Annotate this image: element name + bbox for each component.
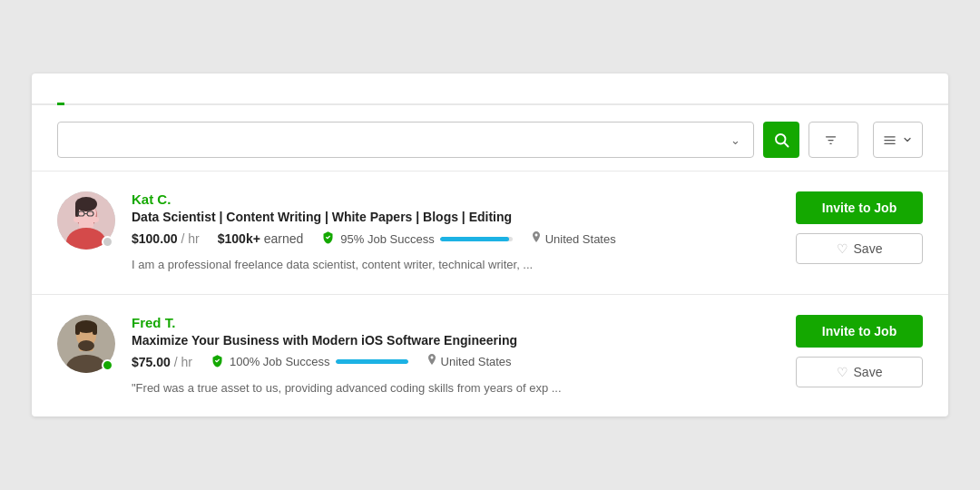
status-dot [102,236,113,248]
shield-icon [321,230,335,247]
freelancer-list: Kat C. Data Scientist | Content Writing … [32,171,948,416]
rate: $75.00 / hr [132,355,192,369]
heart-icon: ♡ [837,365,848,379]
location-text: United States [441,355,512,368]
job-success-label: 100% Job Success [230,355,330,368]
shield-icon [211,354,224,370]
avatar-wrap [57,315,115,373]
progress-bar [440,237,513,241]
location-wrap: United States [426,354,512,369]
save-label: Save [854,241,883,256]
svg-rect-26 [93,326,97,335]
earned: $100k+ earned [218,231,304,246]
tab-saved-freelancers[interactable] [90,74,97,105]
list-view-icon [883,133,897,147]
location-text: United States [545,232,616,246]
filter-icon [824,133,838,147]
meta-row: $100.00 / hr $100k+ earned 95% Job Succe… [132,230,770,247]
location-wrap: United States [531,231,616,247]
invite-to-job-button[interactable]: Invite to Job [796,315,923,348]
search-bar: ⌄ [32,105,948,171]
avatar-wrap [57,191,115,250]
freelancer-description: "Fred was a true asset to us, providing … [132,379,770,397]
chevron-down-icon[interactable]: ⌄ [727,133,744,147]
freelancer-title: Data Scientist | Content Writing | White… [132,210,770,224]
search-input-wrap: ⌄ [57,122,754,158]
search-button[interactable] [763,122,799,158]
save-button[interactable]: ♡ Save [796,233,923,264]
heart-icon: ♡ [837,241,848,256]
freelancer-card: Fred T. Maximize Your Business with Mode… [32,294,948,417]
svg-rect-14 [79,219,93,228]
freelancer-title: Maximize Your Business with Modern iOS S… [132,333,770,348]
svg-line-1 [784,142,788,146]
invite-to-job-button[interactable]: Invite to Job [796,191,923,224]
freelancer-name[interactable]: Fred T. [132,315,770,330]
card-actions: Invite to Job ♡ Save [796,191,923,264]
view-toggle-button[interactable] [873,122,923,158]
search-icon [773,132,789,148]
job-success-label: 95% Job Success [340,232,434,246]
save-button[interactable]: ♡ Save [796,357,923,387]
save-label: Save [854,365,883,379]
location-pin-icon [426,354,437,369]
filters-button[interactable] [808,122,858,158]
view-wrap [867,122,923,158]
status-dot [102,359,113,371]
main-container: ⌄ [32,74,948,416]
tab-search[interactable] [57,74,64,105]
location-pin-icon [531,231,542,247]
job-success-wrap: 100% Job Success [211,354,408,370]
tabs-bar [32,74,948,105]
freelancer-description: I am a professional freelance data scien… [132,256,770,274]
job-success-wrap: 95% Job Success [321,230,512,247]
svg-point-27 [78,340,94,351]
card-body: Fred T. Maximize Your Business with Mode… [132,315,770,397]
freelancer-card: Kat C. Data Scientist | Content Writing … [32,171,948,294]
search-input[interactable] [67,132,727,147]
meta-row: $75.00 / hr 100% Job Success United Sta [132,354,770,370]
svg-rect-25 [75,326,80,335]
card-actions: Invite to Job ♡ Save [796,315,923,387]
freelancer-name[interactable]: Kat C. [132,191,770,207]
progress-bar [336,359,408,364]
rate: $100.00 / hr [132,231,200,246]
card-body: Kat C. Data Scientist | Content Writing … [132,191,770,274]
progress-bar-fill [336,359,408,364]
progress-bar-fill [440,237,509,241]
chevron-down-view-icon [902,134,913,145]
